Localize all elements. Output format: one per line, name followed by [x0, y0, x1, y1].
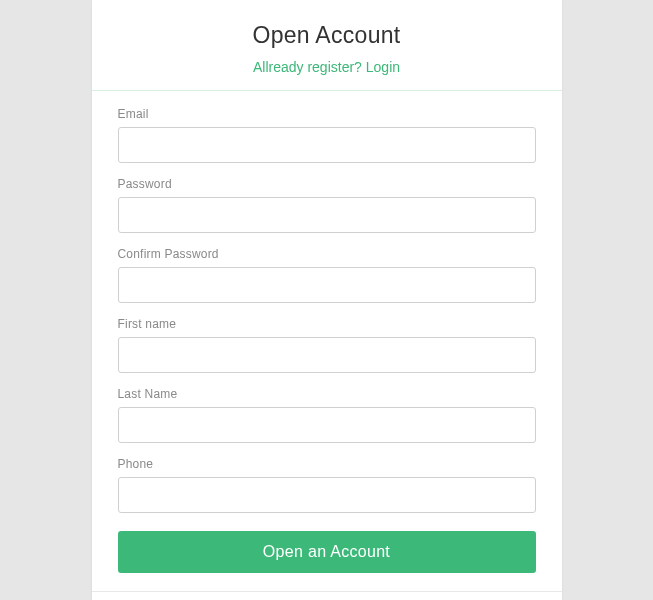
page-title: Open Account — [112, 22, 542, 49]
phone-label: Phone — [118, 457, 536, 471]
form-body: Email Password Confirm Password First na… — [92, 91, 562, 591]
password-input[interactable] — [118, 197, 536, 233]
card-header: Open Account Allready register? Login — [92, 0, 562, 91]
login-link[interactable]: Allready register? Login — [253, 59, 400, 75]
field-password: Password — [118, 177, 536, 233]
last-name-label: Last Name — [118, 387, 536, 401]
phone-input[interactable] — [118, 477, 536, 513]
last-name-input[interactable] — [118, 407, 536, 443]
confirm-password-input[interactable] — [118, 267, 536, 303]
confirm-password-label: Confirm Password — [118, 247, 536, 261]
field-last-name: Last Name — [118, 387, 536, 443]
password-label: Password — [118, 177, 536, 191]
open-account-card: Open Account Allready register? Login Em… — [92, 0, 562, 600]
email-label: Email — [118, 107, 536, 121]
field-phone: Phone — [118, 457, 536, 513]
email-input[interactable] — [118, 127, 536, 163]
field-email: Email — [118, 107, 536, 163]
field-confirm-password: Confirm Password — [118, 247, 536, 303]
first-name-label: First name — [118, 317, 536, 331]
field-first-name: First name — [118, 317, 536, 373]
card-footer: Forgot Password? — [92, 591, 562, 600]
open-account-button[interactable]: Open an Account — [118, 531, 536, 573]
first-name-input[interactable] — [118, 337, 536, 373]
